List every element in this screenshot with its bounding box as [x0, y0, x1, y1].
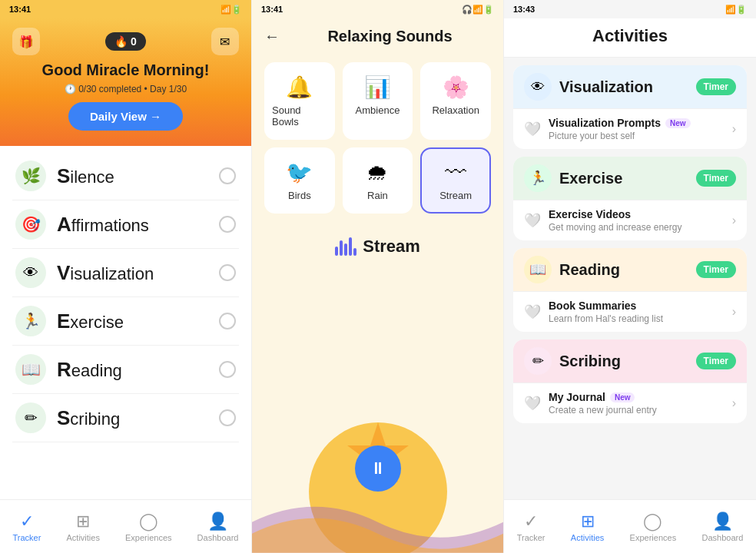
gift-icon[interactable]: 🎁	[12, 28, 40, 55]
visualization-timer-button[interactable]: Timer	[696, 78, 736, 95]
flame-badge: 🔥 0	[105, 32, 146, 51]
exercise-sub-title: Exercise Videos	[549, 208, 724, 220]
visualization-chevron-icon: ›	[732, 122, 736, 136]
relaxation-label: Relaxation	[432, 104, 479, 116]
silence-label: Silence	[57, 164, 208, 188]
exercise-icon: 🏃	[524, 164, 552, 192]
pause-button[interactable]: ⏸	[355, 445, 401, 492]
sounds-header: ← Relaxing Sounds	[252, 18, 503, 55]
eq-bar	[340, 240, 343, 256]
nav-item-activities-3[interactable]: ⊞Activities	[571, 512, 604, 542]
menu-item-silence[interactable]: 🌿 Silence	[12, 152, 239, 200]
panel-sounds: 13:41 🎧📶🔋 ← Relaxing Sounds 🔔 Sound Bowl…	[252, 0, 504, 553]
nav-item-experiences-3[interactable]: ◯Experiences	[630, 512, 677, 542]
silence-icon: 🌿	[15, 161, 46, 191]
eq-bar	[349, 237, 352, 256]
status-icons-3: 📶🔋	[725, 5, 747, 15]
scribing-icon: ✏	[524, 347, 552, 375]
stream-icon: 〰	[445, 160, 466, 185]
exercise-sub[interactable]: 🤍 Exercise Videos Get moving and increas…	[513, 200, 747, 240]
now-playing-section: Stream	[252, 221, 503, 264]
sound-bowls-label: Sound Bowls	[272, 104, 327, 127]
exercise-sub-desc: Get moving and increase energy	[549, 222, 724, 233]
menu-item-reading[interactable]: 📖 Reading	[12, 346, 239, 394]
scribing-sub[interactable]: 🤍 My Journal New Create a new journal en…	[513, 382, 747, 423]
exercise-radio[interactable]	[219, 313, 236, 329]
menu-item-exercise[interactable]: 🏃 Exercise	[12, 297, 239, 346]
activity-section-exercise: 🏃 Exercise Timer 🤍 Exercise Videos Get m…	[513, 157, 747, 240]
sound-bowls-icon: 🔔	[286, 75, 313, 100]
reading-sub-title: Book Summaries	[549, 300, 724, 312]
tracker-nav-label: Tracker	[13, 533, 41, 542]
nav-item-activities-1[interactable]: ⊞Activities	[66, 512, 99, 542]
eq-bar	[335, 247, 338, 256]
sound-card-sound-bowls[interactable]: 🔔 Sound Bowls	[264, 62, 335, 140]
back-button[interactable]: ←	[264, 28, 280, 45]
reading-sub-desc: Learn from Hal's reading list	[549, 313, 724, 324]
activity-section-reading: 📖 Reading Timer 🤍 Book Summaries Learn f…	[513, 248, 747, 332]
scribing-heart-icon: 🤍	[524, 395, 541, 412]
birds-icon: 🐦	[286, 160, 313, 185]
sound-grid: 🔔 Sound Bowls 📊 Ambience 🌸 Relaxation 🐦 …	[252, 55, 503, 221]
ambience-icon: 📊	[364, 75, 391, 100]
nav-item-dashboard-3[interactable]: 👤Dashboard	[701, 512, 743, 542]
exercise-label: Exercise	[57, 310, 208, 333]
reading-sub-text: Book Summaries Learn from Hal's reading …	[549, 300, 724, 324]
status-bar-2: 13:41 🎧📶🔋	[252, 0, 503, 18]
affirmations-radio[interactable]	[219, 216, 236, 233]
scribing-sub-text: My Journal New Create a new journal entr…	[549, 391, 724, 416]
nav-item-tracker-3[interactable]: ✓Tracker	[517, 512, 545, 542]
activities-nav-icon: ⊞	[76, 512, 90, 531]
nav-item-dashboard-1[interactable]: 👤Dashboard	[197, 512, 239, 542]
eq-bar	[344, 243, 347, 256]
menu-item-visualization[interactable]: 👁 Visualization	[12, 249, 239, 297]
scribing-sub-desc: Create a new journal entry	[549, 405, 724, 416]
sound-card-birds[interactable]: 🐦 Birds	[264, 147, 335, 214]
visualization-sub[interactable]: 🤍 Visualization Prompts New Picture your…	[513, 108, 747, 149]
activities-nav-icon-3: ⊞	[581, 512, 595, 531]
nav-item-tracker-1[interactable]: ✓Tracker	[13, 512, 41, 542]
reading-timer-button[interactable]: Timer	[696, 261, 736, 278]
daily-view-button[interactable]: Daily View →	[68, 102, 183, 131]
activities-nav-label: Activities	[66, 533, 99, 542]
exercise-icon: 🏃	[15, 306, 46, 336]
birds-label: Birds	[288, 190, 311, 201]
visualization-sub-text: Visualization Prompts New Picture your b…	[549, 117, 724, 141]
eq-bar	[353, 248, 356, 256]
inbox-icon[interactable]: ✉	[211, 28, 239, 55]
scribing-header: ✏ Scribing Timer	[513, 339, 747, 382]
now-playing-title: Stream	[335, 237, 420, 257]
nav-item-experiences-1[interactable]: ◯Experiences	[125, 512, 172, 542]
sounds-title: Relaxing Sounds	[289, 28, 491, 45]
scribing-timer-button[interactable]: Timer	[696, 353, 736, 369]
reading-radio[interactable]	[219, 361, 236, 378]
menu-list: 🌿 Silence 🎯 Affirmations 👁 Visualization…	[0, 146, 251, 499]
activities-nav-label-3: Activities	[571, 533, 604, 542]
daily-view-label: Daily View →	[90, 110, 161, 123]
activity-section-scribing: ✏ Scribing Timer 🤍 My Journal New Create…	[513, 339, 747, 423]
sound-card-relaxation[interactable]: 🌸 Relaxation	[420, 62, 491, 140]
menu-item-scribing[interactable]: ✏ Scribing	[12, 394, 239, 442]
reading-icon: 📖	[15, 354, 46, 385]
header-top-row: 🎁 🔥 0 ✉	[12, 28, 239, 55]
status-time-3: 13:43	[513, 5, 535, 14]
visualization-sub-title: Visualization Prompts New	[549, 117, 724, 129]
scribing-radio[interactable]	[219, 409, 236, 426]
scribing-chevron-icon: ›	[732, 396, 736, 410]
sound-card-rain[interactable]: 🌧 Rain	[343, 147, 413, 214]
reading-sub[interactable]: 🤍 Book Summaries Learn from Hal's readin…	[513, 291, 747, 332]
flame-count: 0	[131, 35, 137, 48]
reading-name: Reading	[559, 261, 688, 279]
dashboard-nav-label-3: Dashboard	[701, 533, 743, 542]
affirmations-label: Affirmations	[57, 213, 208, 237]
progress-text: 🕐 0/30 completed • Day 1/30	[65, 84, 187, 94]
sound-card-ambience[interactable]: 📊 Ambience	[343, 62, 413, 140]
menu-item-affirmations[interactable]: 🎯 Affirmations	[12, 200, 239, 249]
sound-card-stream[interactable]: 〰 Stream	[420, 147, 491, 214]
silence-radio[interactable]	[219, 167, 236, 184]
exercise-timer-button[interactable]: Timer	[696, 170, 736, 187]
visualization-radio[interactable]	[219, 264, 236, 281]
flame-icon: 🔥	[114, 35, 128, 48]
exercise-header: 🏃 Exercise Timer	[513, 157, 747, 200]
scribing-new-badge: New	[610, 392, 635, 402]
